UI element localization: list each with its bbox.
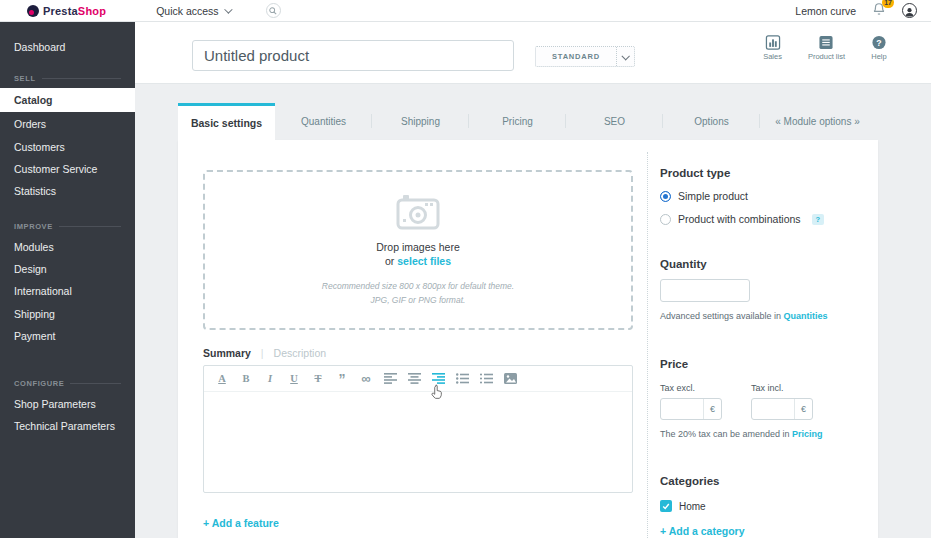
sidebar-item-dashboard[interactable]: Dashboard bbox=[0, 36, 135, 58]
price-heading: Price bbox=[660, 358, 856, 370]
prestashop-logo[interactable]: PrestaShop bbox=[27, 5, 106, 17]
radio-simple-product[interactable]: Simple product bbox=[660, 190, 856, 202]
user-avatar[interactable] bbox=[902, 3, 917, 18]
tax-incl-input[interactable] bbox=[752, 399, 794, 419]
tax-excl-field: Tax excl. € bbox=[660, 383, 722, 420]
divider bbox=[42, 78, 121, 79]
tab-basic-settings[interactable]: Basic settings bbox=[178, 103, 275, 140]
sales-button[interactable]: Sales bbox=[763, 35, 782, 61]
tax-incl-input-group: € bbox=[751, 398, 813, 420]
tab-description[interactable]: Description bbox=[274, 347, 327, 359]
sales-label: Sales bbox=[763, 52, 782, 61]
editor-toolbar: A B I U T ” ∞ bbox=[204, 366, 632, 392]
description-tabs: Summary | Description bbox=[203, 347, 633, 359]
align-left-icon[interactable] bbox=[378, 367, 402, 391]
radio-product-with-combinations[interactable]: Product with combinations ? bbox=[660, 213, 856, 225]
blockquote-icon[interactable]: ” bbox=[330, 367, 354, 391]
underline-icon[interactable]: U bbox=[282, 367, 306, 391]
tax-incl-label: Tax incl. bbox=[751, 383, 813, 393]
help-label: Help bbox=[871, 52, 886, 61]
prestashop-logo-icon bbox=[27, 5, 39, 17]
sidebar-item-international[interactable]: International bbox=[0, 280, 135, 302]
editor-textarea[interactable] bbox=[204, 392, 632, 492]
link-icon[interactable]: ∞ bbox=[354, 367, 378, 391]
sidebar-item-catalog[interactable]: Catalog bbox=[0, 88, 135, 112]
image-icon[interactable] bbox=[498, 367, 522, 391]
notifications-button[interactable]: 17 bbox=[872, 2, 886, 20]
search-button[interactable] bbox=[266, 3, 281, 18]
shop-name[interactable]: Lemon curve bbox=[795, 5, 856, 17]
quick-access-label: Quick access bbox=[156, 5, 218, 17]
euro-symbol: € bbox=[703, 399, 721, 419]
add-category-link[interactable]: + Add a category bbox=[660, 525, 856, 537]
product-type-dropdown[interactable]: STANDARD bbox=[535, 46, 635, 67]
product-header: STANDARD Sales Product list ? Help bbox=[135, 22, 931, 84]
quantity-input[interactable] bbox=[660, 279, 750, 302]
product-list-button[interactable]: Product list bbox=[808, 35, 845, 61]
dropzone-hint: Recommended size 800 x 800px for default… bbox=[322, 280, 514, 306]
tab-pricing[interactable]: Pricing bbox=[469, 103, 566, 140]
tax-incl-field: Tax incl. € bbox=[751, 383, 813, 420]
product-list-label: Product list bbox=[808, 52, 845, 61]
sidebar-section-sell-label: SELL bbox=[14, 74, 36, 83]
radio-unselected-icon[interactable] bbox=[660, 214, 671, 225]
sidebar-item-statistics[interactable]: Statistics bbox=[0, 180, 135, 202]
bold-icon[interactable]: B bbox=[234, 367, 258, 391]
basic-settings-panel: Drop images here or select files Recomme… bbox=[178, 140, 878, 538]
italic-icon[interactable]: I bbox=[258, 367, 282, 391]
quick-access-menu[interactable]: Quick access bbox=[156, 5, 229, 17]
panel-divider bbox=[647, 152, 648, 538]
radio-selected-icon[interactable] bbox=[660, 191, 671, 202]
tab-quantities[interactable]: Quantities bbox=[275, 103, 372, 140]
sidebar-item-technical-parameters[interactable]: Technical Parameters bbox=[0, 415, 135, 437]
quantity-heading: Quantity bbox=[660, 258, 856, 270]
chevron-down-icon[interactable] bbox=[616, 47, 634, 66]
main-column: Drop images here or select files Recomme… bbox=[203, 140, 633, 529]
sidebar-item-shipping[interactable]: Shipping bbox=[0, 303, 135, 325]
chevron-glyph bbox=[622, 52, 630, 60]
sidebar-section-improve: IMPROVE bbox=[0, 222, 135, 231]
category-home-label: Home bbox=[679, 501, 706, 512]
help-badge[interactable]: ? bbox=[812, 214, 825, 225]
sidebar-item-customers[interactable]: Customers bbox=[0, 136, 135, 158]
sidebar-item-shop-parameters[interactable]: Shop Parameters bbox=[0, 393, 135, 415]
product-title-input[interactable] bbox=[192, 40, 514, 71]
help-button[interactable]: ? Help bbox=[871, 35, 887, 61]
tax-excl-label: Tax excl. bbox=[660, 383, 722, 393]
sidebar-section-sell: SELL bbox=[0, 74, 135, 83]
strikethrough-icon[interactable]: T bbox=[306, 367, 330, 391]
header-actions: Sales Product list ? Help bbox=[763, 35, 887, 61]
sidebar-item-payment[interactable]: Payment bbox=[0, 325, 135, 347]
text-color-icon[interactable]: A bbox=[210, 367, 234, 391]
tab-summary[interactable]: Summary bbox=[203, 347, 251, 359]
checkbox-checked-icon[interactable] bbox=[660, 500, 672, 512]
select-files-link[interactable]: select files bbox=[397, 255, 451, 267]
quantities-link[interactable]: Quantities bbox=[784, 311, 828, 321]
product-tabs: Basic settings Quantities Shipping Prici… bbox=[178, 103, 875, 140]
image-dropzone[interactable]: Drop images here or select files Recomme… bbox=[203, 170, 633, 330]
sidebar-item-customer-service[interactable]: Customer Service bbox=[0, 158, 135, 180]
user-icon bbox=[904, 6, 915, 17]
svg-text:?: ? bbox=[876, 38, 881, 48]
add-feature-link[interactable]: + Add a feature bbox=[203, 517, 633, 529]
combinations-label: Product with combinations bbox=[678, 213, 801, 225]
price-note-text: The 20% tax can be amended in bbox=[660, 429, 790, 439]
sidebar-item-modules[interactable]: Modules bbox=[0, 236, 135, 258]
categories-heading: Categories bbox=[660, 475, 856, 487]
tab-seo[interactable]: SEO bbox=[566, 103, 663, 140]
tab-module-options[interactable]: « Module options » bbox=[760, 103, 875, 140]
sidebar: Dashboard SELL Catalog Orders Customers … bbox=[0, 22, 135, 538]
category-home-checkbox-row[interactable]: Home bbox=[660, 500, 856, 512]
align-center-icon[interactable] bbox=[402, 367, 426, 391]
tax-excl-input[interactable] bbox=[661, 399, 703, 419]
sidebar-item-orders[interactable]: Orders bbox=[0, 113, 135, 135]
pricing-link[interactable]: Pricing bbox=[792, 429, 823, 439]
dropzone-or: or bbox=[385, 255, 394, 267]
sidebar-item-design[interactable]: Design bbox=[0, 258, 135, 280]
align-right-icon[interactable] bbox=[426, 367, 450, 391]
tab-options[interactable]: Options bbox=[663, 103, 760, 140]
bar-chart-icon bbox=[765, 35, 781, 50]
ordered-list-icon[interactable] bbox=[474, 367, 498, 391]
tab-shipping[interactable]: Shipping bbox=[372, 103, 469, 140]
unordered-list-icon[interactable] bbox=[450, 367, 474, 391]
